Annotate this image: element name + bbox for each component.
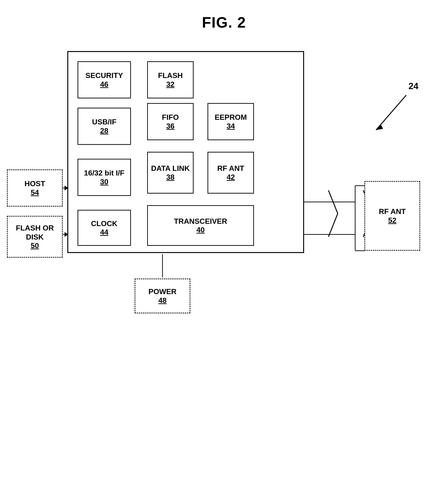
power-label: POWER [149, 287, 177, 296]
rfant-inner-label: RF ANT [217, 164, 244, 173]
rfant-outer-block: RF ANT 52 [364, 181, 420, 251]
svg-marker-1 [376, 124, 383, 130]
security-label: SECURITY [85, 71, 123, 80]
transceiver-label: TRANSCEIVER [174, 217, 227, 226]
clock-label: CLOCK [91, 219, 117, 228]
power-block: POWER 48 [135, 279, 190, 313]
transceiver-num: 40 [196, 226, 205, 234]
bitif-block: 16/32 bit I/F 30 [78, 159, 131, 196]
page-title: FIG. 2 [0, 0, 448, 31]
eeprom-num: 34 [227, 122, 235, 131]
flashdisk-block: FLASH OR DISK 50 [7, 216, 63, 258]
clock-num: 44 [100, 228, 108, 237]
fifo-block: FIFO 36 [147, 103, 194, 140]
main-chip-box: SECURITY 46 FLASH 32 USB/IF 28 FIFO 36 E… [67, 51, 304, 253]
usbif-num: 28 [100, 126, 108, 135]
svg-line-0 [376, 95, 406, 130]
datalink-block: DATA LINK 38 [147, 152, 194, 194]
bitif-num: 30 [100, 178, 108, 186]
usbif-label: USB/IF [92, 118, 117, 126]
datalink-label: DATA LINK [151, 164, 190, 173]
flash-num: 32 [166, 80, 174, 89]
bitif-label: 16/32 bit I/F [84, 168, 125, 177]
ref-label-24: 24 [409, 81, 418, 91]
host-block: HOST 54 [7, 169, 63, 207]
flashdisk-num: 50 [31, 241, 39, 250]
flash-block: FLASH 32 [147, 61, 194, 98]
flashdisk-label: FLASH OR DISK [8, 224, 62, 241]
svg-line-20 [329, 190, 338, 214]
transceiver-block: TRANSCEIVER 40 [147, 205, 254, 246]
security-block: SECURITY 46 [78, 61, 131, 98]
fifo-num: 36 [166, 122, 174, 131]
host-label: HOST [25, 179, 45, 188]
clock-block: CLOCK 44 [78, 210, 131, 246]
flash-label: FLASH [158, 71, 183, 80]
host-num: 54 [31, 188, 39, 197]
rfant-outer-num: 52 [388, 216, 396, 225]
usbif-block: USB/IF 28 [78, 108, 131, 145]
rfant-inner-block: RF ANT 42 [208, 152, 254, 194]
power-num: 48 [158, 296, 167, 305]
datalink-num: 38 [166, 173, 174, 182]
eeprom-label: EEPROM [215, 113, 247, 122]
security-num: 46 [100, 80, 108, 89]
svg-line-21 [329, 214, 338, 237]
rfant-inner-num: 42 [227, 173, 235, 182]
fifo-label: FIFO [162, 113, 179, 122]
rfant-outer-label: RF ANT [379, 207, 406, 216]
eeprom-block: EEPROM 34 [208, 103, 254, 140]
